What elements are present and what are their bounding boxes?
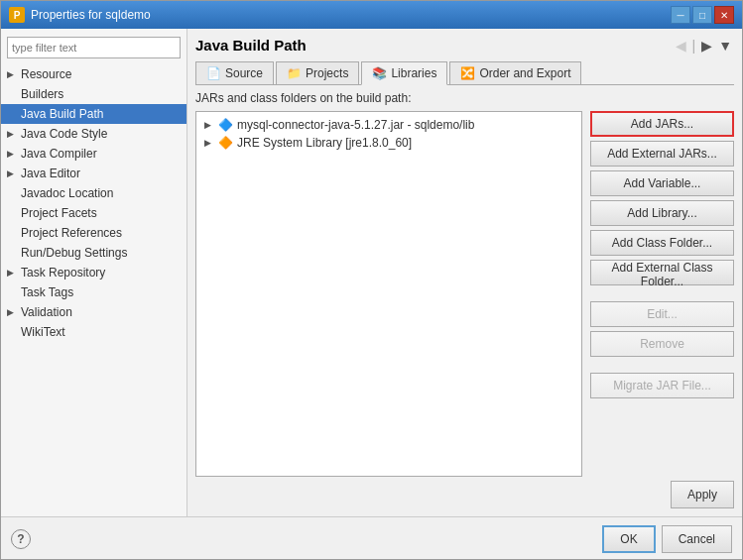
sidebar-label-java-build-path: Java Build Path bbox=[21, 107, 103, 121]
mysql-jar-icon: 🔷 bbox=[218, 118, 233, 132]
add-library-button[interactable]: Add Library... bbox=[590, 200, 734, 226]
sidebar-label-java-compiler: Java Compiler bbox=[21, 147, 97, 161]
content-area: ▶ Resource Builders Java Build Path ▶ Ja… bbox=[1, 29, 742, 516]
sidebar-label-project-facets: Project Facets bbox=[21, 206, 97, 220]
sidebar-label-task-repository: Task Repository bbox=[21, 266, 105, 280]
tab-order-export[interactable]: 🔀 Order and Export bbox=[449, 61, 581, 84]
projects-tab-label: Projects bbox=[306, 66, 348, 80]
sidebar-label-project-references: Project References bbox=[21, 226, 122, 240]
title-bar-controls: ─ □ ✕ bbox=[671, 6, 734, 24]
main-window: P Properties for sqldemo ─ □ ✕ ▶ Resourc… bbox=[0, 0, 743, 560]
sidebar-item-project-facets[interactable]: Project Facets bbox=[1, 203, 186, 223]
window-title: Properties for sqldemo bbox=[31, 8, 151, 22]
sidebar-item-task-tags[interactable]: Task Tags bbox=[1, 282, 186, 302]
sidebar-label-validation: Validation bbox=[21, 305, 72, 319]
cancel-button[interactable]: Cancel bbox=[662, 525, 732, 553]
ok-button[interactable]: OK bbox=[602, 525, 655, 553]
libraries-tab-icon: 📚 bbox=[372, 66, 387, 80]
sidebar-item-project-references[interactable]: Project References bbox=[1, 223, 186, 243]
expand-arrow-resource: ▶ bbox=[7, 69, 17, 79]
jre-library-label: JRE System Library [jre1.8.0_60] bbox=[237, 136, 412, 150]
main-panel: Java Build Path ◀ | ▶ ▼ 📄 Source 📁 Proje… bbox=[187, 29, 742, 516]
sidebar-label-wikitext: WikiText bbox=[21, 325, 65, 339]
jre-library-icon: 🔶 bbox=[218, 136, 233, 150]
nav-forward-button[interactable]: ▶ bbox=[699, 38, 714, 54]
sidebar-label-run-debug-settings: Run/Debug Settings bbox=[21, 246, 127, 260]
order-export-tab-icon: 🔀 bbox=[460, 66, 475, 80]
window-icon: P bbox=[9, 7, 25, 23]
minimize-button[interactable]: ─ bbox=[671, 6, 690, 24]
apply-button[interactable]: Apply bbox=[671, 481, 734, 508]
add-variable-button[interactable]: Add Variable... bbox=[590, 170, 734, 196]
filter-input[interactable] bbox=[7, 37, 181, 58]
nav-back-button[interactable]: ◀ bbox=[674, 38, 688, 54]
add-external-class-folder-button[interactable]: Add External Class Folder... bbox=[590, 260, 734, 285]
remove-button[interactable]: Remove bbox=[590, 331, 734, 357]
nav-arrows: ◀ | ▶ ▼ bbox=[674, 38, 735, 54]
title-bar-left: P Properties for sqldemo bbox=[9, 7, 151, 23]
sidebar-item-java-build-path[interactable]: Java Build Path bbox=[1, 104, 186, 124]
close-button[interactable]: ✕ bbox=[714, 6, 734, 24]
footer-bar: ? OK Cancel bbox=[1, 516, 742, 559]
sidebar-label-task-tags: Task Tags bbox=[21, 285, 73, 299]
panel-content: ▶ 🔷 mysql-connector-java-5.1.27.jar - sq… bbox=[195, 111, 734, 477]
add-class-folder-button[interactable]: Add Class Folder... bbox=[590, 230, 734, 256]
maximize-button[interactable]: □ bbox=[692, 6, 712, 24]
sidebar-item-javadoc-location[interactable]: Javadoc Location bbox=[1, 183, 186, 203]
tabs-bar: 📄 Source 📁 Projects 📚 Libraries 🔀 Order … bbox=[195, 61, 734, 85]
sidebar-label-resource: Resource bbox=[21, 67, 71, 81]
action-buttons-panel: Add JARs... Add External JARs... Add Var… bbox=[590, 111, 734, 477]
add-external-jars-button[interactable]: Add External JARs... bbox=[590, 141, 734, 167]
sidebar-item-task-repository[interactable]: ▶ Task Repository bbox=[1, 263, 186, 282]
order-export-tab-label: Order and Export bbox=[479, 66, 570, 80]
panel-body: JARs and class folders on the build path… bbox=[195, 91, 734, 508]
sidebar-item-run-debug-settings[interactable]: Run/Debug Settings bbox=[1, 243, 186, 263]
source-tab-icon: 📄 bbox=[206, 66, 221, 80]
sidebar-item-builders[interactable]: Builders bbox=[1, 84, 186, 104]
library-list[interactable]: ▶ 🔷 mysql-connector-java-5.1.27.jar - sq… bbox=[195, 111, 582, 477]
expand-arrow-java-editor: ▶ bbox=[7, 168, 17, 178]
sidebar-item-java-editor[interactable]: ▶ Java Editor bbox=[1, 164, 186, 183]
tab-projects[interactable]: 📁 Projects bbox=[276, 61, 359, 84]
expand-icon-mysql: ▶ bbox=[204, 120, 214, 130]
list-item-mysql[interactable]: ▶ 🔷 mysql-connector-java-5.1.27.jar - sq… bbox=[200, 116, 577, 134]
nav-separator: | bbox=[690, 38, 698, 54]
filter-box bbox=[7, 37, 181, 58]
title-bar: P Properties for sqldemo ─ □ ✕ bbox=[1, 1, 742, 29]
sidebar-item-resource[interactable]: ▶ Resource bbox=[1, 64, 186, 84]
expand-arrow-java-code-style: ▶ bbox=[7, 129, 17, 139]
sidebar-label-java-editor: Java Editor bbox=[21, 167, 80, 180]
sidebar-item-java-compiler[interactable]: ▶ Java Compiler bbox=[1, 144, 186, 164]
mysql-jar-label: mysql-connector-java-5.1.27.jar - sqldem… bbox=[237, 118, 474, 132]
apply-section: Apply bbox=[195, 477, 734, 508]
expand-arrow-java-compiler: ▶ bbox=[7, 149, 17, 159]
expand-icon-jre: ▶ bbox=[204, 138, 214, 148]
list-item-jre[interactable]: ▶ 🔶 JRE System Library [jre1.8.0_60] bbox=[200, 134, 577, 152]
expand-arrow-task-repository: ▶ bbox=[7, 268, 17, 278]
main-header: Java Build Path ◀ | ▶ ▼ bbox=[195, 37, 734, 54]
libraries-tab-label: Libraries bbox=[391, 66, 436, 80]
nav-dropdown-button[interactable]: ▼ bbox=[716, 38, 734, 54]
footer-buttons: OK Cancel bbox=[602, 525, 732, 553]
add-jars-button[interactable]: Add JARs... bbox=[590, 111, 734, 137]
edit-button[interactable]: Edit... bbox=[590, 301, 734, 327]
main-title: Java Build Path bbox=[195, 37, 307, 54]
sidebar: ▶ Resource Builders Java Build Path ▶ Ja… bbox=[1, 29, 187, 516]
sidebar-label-builders: Builders bbox=[21, 87, 63, 101]
sidebar-item-java-code-style[interactable]: ▶ Java Code Style bbox=[1, 124, 186, 144]
panel-desc: JARs and class folders on the build path… bbox=[195, 91, 734, 105]
source-tab-label: Source bbox=[225, 66, 263, 80]
expand-arrow-validation: ▶ bbox=[7, 307, 17, 317]
sidebar-item-validation[interactable]: ▶ Validation bbox=[1, 302, 186, 322]
projects-tab-icon: 📁 bbox=[287, 66, 302, 80]
tab-libraries[interactable]: 📚 Libraries bbox=[361, 61, 447, 85]
sidebar-label-java-code-style: Java Code Style bbox=[21, 127, 107, 141]
tab-source[interactable]: 📄 Source bbox=[195, 61, 274, 84]
help-button[interactable]: ? bbox=[11, 529, 31, 549]
sidebar-item-wikitext[interactable]: WikiText bbox=[1, 322, 186, 342]
migrate-jar-button[interactable]: Migrate JAR File... bbox=[590, 373, 734, 398]
sidebar-label-javadoc-location: Javadoc Location bbox=[21, 186, 113, 200]
